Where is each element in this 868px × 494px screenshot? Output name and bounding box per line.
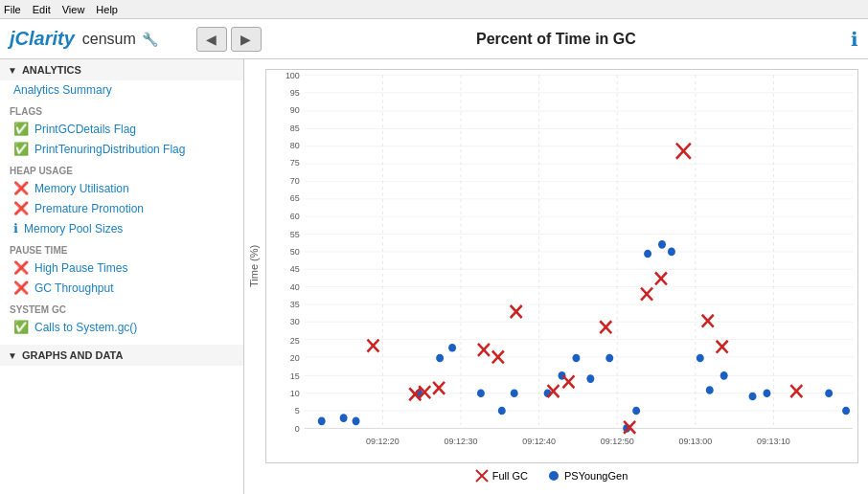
sidebar-item-premature-promotion[interactable]: ❌ Premature Promotion [0,198,243,218]
svg-text:15: 15 [290,370,300,380]
svg-text:09:13:00: 09:13:00 [678,436,712,445]
chart-svg: 0 5 10 15 20 25 30 35 40 45 50 55 60 65 … [266,70,857,462]
ps-point [353,417,360,426]
ps-point [720,371,728,380]
graphs-section-header[interactable]: ▼ GRAPHS AND DATA [0,345,243,366]
flags-category: FLAGS [0,103,243,119]
fullgc-legend-icon [475,469,489,483]
svg-text:70: 70 [290,175,300,185]
sidebar-item-memory-pool[interactable]: ℹ Memory Pool Sizes [0,218,243,238]
svg-text:80: 80 [290,141,300,150]
svg-text:09:13:10: 09:13:10 [757,436,790,445]
svg-text:50: 50 [290,247,300,257]
nav-buttons: ◀ ▶ [196,27,262,52]
chart-area: Time (%) [244,59,868,494]
ps-point [448,344,456,352]
sidebar: ▼ ANALYTICS Analytics Summary FLAGS ✅ Pr… [0,59,244,494]
svg-text:55: 55 [290,229,300,238]
printgcdetails-label: PrintGCDetails Flag [34,123,136,136]
ps-point [477,389,485,397]
main-container: ▼ ANALYTICS Analytics Summary FLAGS ✅ Pr… [0,59,868,494]
memory-utilisation-label: Memory Utilisation [34,182,129,195]
svg-text:95: 95 [290,88,300,98]
sidebar-item-calls-system-gc[interactable]: ✅ Calls to System.gc() [0,317,243,337]
sidebar-item-printgcdetails[interactable]: ✅ PrintGCDetails Flag [0,119,243,139]
memory-pool-label: Memory Pool Sizes [24,222,123,236]
ps-point [436,354,444,363]
ps-point [498,407,506,415]
memory-utilisation-status-icon: ❌ [13,181,29,195]
ps-point [586,374,594,383]
sidebar-item-printtenuring[interactable]: ✅ PrintTenuringDistribution Flag [0,139,243,159]
svg-text:0: 0 [295,423,300,433]
analytics-summary-label: Analytics Summary [13,83,112,97]
svg-text:10: 10 [290,389,300,398]
gc-throughput-status-icon: ❌ [13,281,29,295]
analytics-arrow: ▼ [8,65,17,76]
svg-text:75: 75 [290,158,300,168]
menu-help[interactable]: Help [96,4,118,15]
ps-point [572,354,580,363]
menu-edit[interactable]: Edit [33,4,51,15]
svg-point-92 [549,471,559,481]
ps-point [668,248,675,257]
svg-text:35: 35 [290,300,300,309]
svg-text:85: 85 [290,123,300,132]
nav-forward-button[interactable]: ▶ [231,27,262,52]
ps-legend-label: PSYoungGen [564,470,628,482]
svg-text:20: 20 [290,353,300,363]
ps-point [318,417,326,426]
ps-point [340,414,348,422]
printgcdetails-status-icon: ✅ [13,122,29,136]
project-name: censum [82,31,136,48]
y-axis-label: Time (%) [244,69,263,463]
ps-point [511,389,518,397]
svg-text:5: 5 [295,406,300,415]
ps-point [749,393,757,401]
legend-ps: PSYoungGen [547,469,628,483]
svg-text:09:12:20: 09:12:20 [366,436,400,445]
chart-container: Time (%) [244,69,858,463]
sidebar-item-memory-utilisation[interactable]: ❌ Memory Utilisation [0,178,243,198]
svg-text:90: 90 [290,105,300,115]
high-pause-label: High Pause Times [34,261,127,275]
svg-text:09:12:50: 09:12:50 [601,436,634,445]
analytics-label: ANALYTICS [22,64,81,76]
svg-text:09:12:30: 09:12:30 [445,436,478,445]
sidebar-item-analytics-summary[interactable]: Analytics Summary [0,80,243,100]
printtenuring-label: PrintTenuringDistribution Flag [34,143,185,156]
svg-text:65: 65 [290,193,300,203]
svg-text:09:12:40: 09:12:40 [522,436,556,445]
printtenuring-status-icon: ✅ [13,142,29,156]
legend-full-gc: Full GC [475,469,528,483]
system-gc-category: SYSTEM GC [0,302,243,317]
analytics-section-header[interactable]: ▼ ANALYTICS [0,59,243,80]
ps-point [706,386,714,394]
app-logo: jClarity [10,28,75,50]
chart-legend: Full GC PSYoungGen [244,463,858,484]
sidebar-item-high-pause[interactable]: ❌ High Pause Times [0,258,243,278]
chart-inner: 0 5 10 15 20 25 30 35 40 45 50 55 60 65 … [265,69,858,463]
high-pause-status-icon: ❌ [13,260,29,275]
graphs-label: GRAPHS AND DATA [22,349,124,361]
gc-throughput-label: GC Throughput [34,281,114,295]
ps-point [605,354,613,363]
heap-category: HEAP USAGE [0,163,243,178]
graphs-arrow: ▼ [8,350,17,361]
nav-back-button[interactable]: ◀ [196,27,227,52]
premature-promotion-label: Premature Promotion [34,202,144,215]
premature-promotion-status-icon: ❌ [13,201,29,215]
chart-title: Percent of Time in GC [262,31,851,48]
calls-system-gc-status-icon: ✅ [13,320,29,334]
svg-text:100: 100 [286,70,300,79]
ps-point [825,389,833,397]
calls-system-gc-label: Calls to System.gc() [34,321,137,334]
menu-file[interactable]: File [4,4,21,15]
svg-text:45: 45 [290,264,300,274]
sidebar-item-gc-throughput[interactable]: ❌ GC Throughput [0,278,243,298]
header: jClarity censum 🔧 ◀ ▶ Percent of Time in… [0,19,868,59]
ps-point [644,250,651,258]
menu-view[interactable]: View [62,4,85,15]
info-icon[interactable]: ℹ [851,28,858,51]
ps-point [842,407,850,415]
